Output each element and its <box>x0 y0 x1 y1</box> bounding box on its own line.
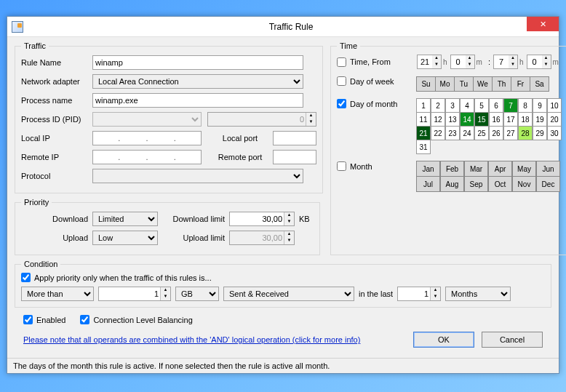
download-select[interactable]: Limited <box>92 212 158 226</box>
month-nov[interactable]: Nov <box>512 176 536 192</box>
pid-value[interactable] <box>208 113 306 126</box>
to-min[interactable]: ▲▼ <box>527 55 551 69</box>
process-name-input[interactable] <box>92 93 303 108</box>
month-dec[interactable]: Dec <box>536 176 560 192</box>
dom-24[interactable]: 24 <box>460 126 474 140</box>
month-apr[interactable]: Apr <box>488 161 512 177</box>
ok-button[interactable]: OK <box>413 332 474 348</box>
apply-check[interactable] <box>21 273 31 282</box>
dow-sa[interactable]: Sa <box>530 76 549 92</box>
dow-check[interactable] <box>337 76 346 86</box>
cond-unit-select[interactable]: GB <box>175 287 219 301</box>
dom-3[interactable]: 3 <box>445 98 460 113</box>
dom-8[interactable]: 8 <box>518 98 533 113</box>
dom-25[interactable]: 25 <box>474 126 489 140</box>
month-check[interactable] <box>337 161 346 171</box>
dom-label: Day of month <box>350 100 397 108</box>
clb-check[interactable] <box>80 315 89 324</box>
remote-port-label: Remote port <box>207 153 273 161</box>
time-from-check[interactable] <box>337 57 346 67</box>
month-jan[interactable]: Jan <box>416 161 440 177</box>
month-jul[interactable]: Jul <box>416 176 440 192</box>
apply-check-row: Apply priority only when the traffic of … <box>21 273 545 282</box>
dom-12[interactable]: 12 <box>431 112 445 127</box>
cond-value-input[interactable] <box>99 287 160 300</box>
close-button[interactable]: ✕ <box>527 17 559 31</box>
remote-port-input[interactable] <box>273 150 316 164</box>
dom-16[interactable]: 16 <box>489 112 503 127</box>
from-min[interactable]: ▲▼ <box>450 55 475 69</box>
dom-6[interactable]: 6 <box>489 98 503 113</box>
dl-limit-input[interactable] <box>230 212 284 225</box>
dow-fr[interactable]: Fr <box>511 76 530 92</box>
upload-select[interactable]: Low <box>92 231 158 245</box>
month-may[interactable]: May <box>512 161 536 177</box>
dow-tu[interactable]: Tu <box>454 76 474 92</box>
dom-2[interactable]: 2 <box>431 98 445 113</box>
upload-label: Upload <box>21 233 92 242</box>
dom-13[interactable]: 13 <box>445 112 460 127</box>
pid-up[interactable]: ▲ <box>306 113 316 119</box>
dow-su[interactable]: Su <box>416 76 436 92</box>
dom-30[interactable]: 30 <box>547 126 562 140</box>
traffic-group: Traffic Rule Name Network adapter Local … <box>15 41 323 193</box>
adapter-select[interactable]: Local Area Connection <box>92 74 303 89</box>
dom-1[interactable]: 1 <box>416 98 431 113</box>
from-hour[interactable]: ▲▼ <box>417 55 442 69</box>
dl-limit-label: Download limit <box>164 215 229 223</box>
dom-27[interactable]: 27 <box>503 126 518 140</box>
dom-14[interactable]: 14 <box>460 112 474 127</box>
month-jun[interactable]: Jun <box>536 161 560 177</box>
cond-op-select[interactable]: More than <box>21 287 94 301</box>
month-feb[interactable]: Feb <box>440 161 464 177</box>
dom-31[interactable]: 31 <box>416 140 431 154</box>
dom-7[interactable]: 7 <box>503 98 518 113</box>
cancel-button[interactable]: Cancel <box>482 332 543 348</box>
cond-period-spinner[interactable]: ▲▼ <box>397 287 441 301</box>
dow-mo[interactable]: Mo <box>435 76 455 92</box>
dom-18[interactable]: 18 <box>518 112 533 127</box>
pid-down[interactable]: ▼ <box>306 119 316 126</box>
cond-dir-select[interactable]: Sent & Received <box>223 287 354 301</box>
dom-29[interactable]: 29 <box>533 126 547 140</box>
local-ip-input[interactable]: ... <box>92 131 202 145</box>
dow-buttons: SuMoTuWeThFrSa <box>417 76 549 92</box>
month-mar[interactable]: Mar <box>464 161 488 177</box>
local-port-input[interactable] <box>273 131 316 145</box>
dom-10[interactable]: 10 <box>547 98 562 113</box>
dom-4[interactable]: 4 <box>460 98 474 113</box>
dow-th[interactable]: Th <box>492 76 511 92</box>
dom-15[interactable]: 15 <box>474 112 489 127</box>
dom-22[interactable]: 22 <box>431 126 445 140</box>
priority-legend: Priority <box>21 198 52 207</box>
pid-select[interactable] <box>92 112 202 127</box>
dom-11[interactable]: 11 <box>416 112 431 127</box>
dom-5[interactable]: 5 <box>474 98 489 113</box>
protocol-select[interactable] <box>92 169 303 183</box>
enabled-check[interactable] <box>23 315 33 324</box>
dom-21[interactable]: 21 <box>416 126 431 140</box>
note-link[interactable]: Please note that all operands are combin… <box>23 335 360 344</box>
dom-19[interactable]: 19 <box>533 112 547 127</box>
cond-value-spinner[interactable]: ▲▼ <box>98 287 171 301</box>
dom-28[interactable]: 28 <box>518 126 533 140</box>
cond-period-select[interactable]: Months <box>445 287 511 301</box>
month-aug[interactable]: Aug <box>440 176 464 192</box>
remote-ip-input[interactable]: ... <box>92 150 202 164</box>
dom-9[interactable]: 9 <box>533 98 547 113</box>
dom-26[interactable]: 26 <box>489 126 503 140</box>
to-hour[interactable]: ▲▼ <box>493 55 518 69</box>
dom-17[interactable]: 17 <box>503 112 518 127</box>
month-grid: JanFebMarAprMayJunJulAugSepOctNovDec <box>417 161 561 192</box>
month-sep[interactable]: Sep <box>464 176 488 192</box>
dom-check[interactable] <box>337 99 346 108</box>
dl-limit-spinner[interactable]: ▲▼ <box>229 212 295 226</box>
dom-23[interactable]: 23 <box>445 126 460 140</box>
dow-we[interactable]: We <box>473 76 493 92</box>
cond-period-n[interactable] <box>398 287 430 300</box>
pid-label: Process ID (PID) <box>21 115 92 124</box>
month-oct[interactable]: Oct <box>488 176 512 192</box>
dom-20[interactable]: 20 <box>547 112 562 127</box>
rule-name-input[interactable] <box>92 55 303 70</box>
pid-spinner[interactable]: ▲▼ <box>207 112 316 127</box>
